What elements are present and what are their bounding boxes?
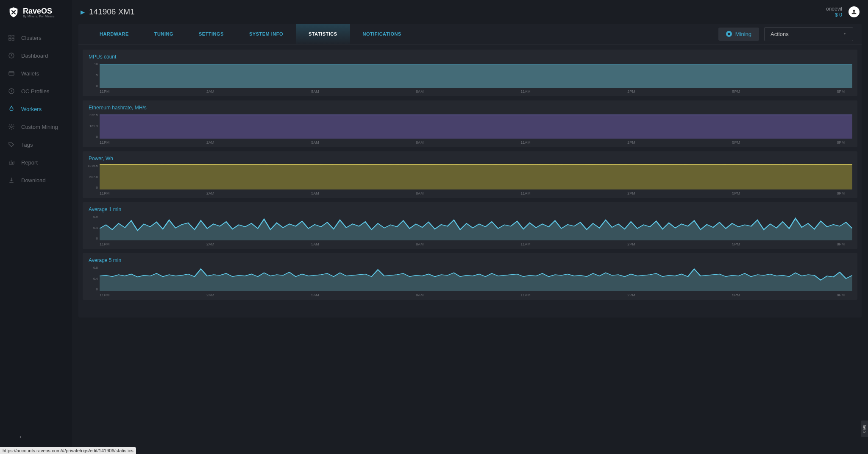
logo[interactable]: RaveOS By Miners. For Miners <box>0 6 72 29</box>
mining-label: Mining <box>735 31 751 37</box>
tab-tuning[interactable]: TUNING <box>142 24 186 44</box>
tab-settings[interactable]: SETTINGS <box>186 24 236 44</box>
svg-rect-5 <box>9 72 14 75</box>
x-tick: 8PM <box>837 191 845 195</box>
svg-rect-3 <box>12 38 14 40</box>
chart-plot[interactable] <box>100 215 852 240</box>
power-icon <box>726 31 732 37</box>
worker-name: 141906 XM1 <box>89 7 135 17</box>
sidebar-item-dashboard[interactable]: Dashboard <box>0 47 72 64</box>
x-tick: 2PM <box>627 191 635 195</box>
x-tick: 2AM <box>206 242 214 246</box>
chart-plot[interactable] <box>100 164 852 189</box>
y-tick: 0.4 <box>87 226 98 230</box>
x-tick: 8AM <box>416 89 424 94</box>
sidebar-item-wallets[interactable]: Wallets <box>0 64 72 82</box>
collapse-sidebar[interactable] <box>18 434 23 441</box>
y-tick: 607.8 <box>87 175 98 179</box>
chart-card: MPUs count105011PM2AM5AM8AM11AM2PM5PM8PM <box>83 50 857 96</box>
x-tick: 11PM <box>100 293 110 297</box>
x-tick: 5AM <box>311 191 319 195</box>
sidebar-item-label: Workers <box>21 106 42 112</box>
shield-icon <box>8 6 19 18</box>
chart-title: Ethereum hashrate, MH/s <box>87 105 853 111</box>
chart-title: Power, Wh <box>87 156 853 162</box>
x-tick: 8PM <box>837 242 845 246</box>
chart-card: Power, Wh1215.5607.8011PM2AM5AM8AM11AM2P… <box>83 151 857 198</box>
y-tick: 0 <box>87 237 98 240</box>
actions-select[interactable]: Actions <box>764 27 853 41</box>
chart-plot[interactable] <box>100 266 852 291</box>
download-icon <box>8 176 15 184</box>
brand-name: RaveOS <box>23 7 55 15</box>
x-tick: 5PM <box>732 191 740 195</box>
x-tick: 2AM <box>206 293 214 297</box>
user-avatar[interactable] <box>849 6 860 17</box>
svg-rect-2 <box>9 38 11 40</box>
tabs: HARDWARETUNINGSETTINGSSYSTEM INFOSTATIST… <box>87 24 414 44</box>
y-tick: 0.4 <box>87 277 98 281</box>
y-tick: 0 <box>87 186 98 189</box>
y-tick: 0.8 <box>87 266 98 270</box>
report-icon <box>8 159 15 166</box>
sidebar-item-workers[interactable]: Workers <box>0 100 72 118</box>
x-tick: 8PM <box>837 293 845 297</box>
x-tick: 11AM <box>520 140 531 145</box>
clusters-icon <box>8 34 15 42</box>
chart-plot[interactable] <box>100 62 852 88</box>
x-tick: 11AM <box>520 293 531 297</box>
tab-notifications[interactable]: NOTIFICATIONS <box>350 24 414 44</box>
sidebar-item-report[interactable]: Report <box>0 153 72 171</box>
sidebar-item-download[interactable]: Download <box>0 171 72 189</box>
user-area: oneevil $ 0 <box>826 6 860 18</box>
tab-hardware[interactable]: HARDWARE <box>87 24 142 44</box>
user-name: oneevil <box>826 6 842 12</box>
sidebar-item-tags[interactable]: Tags <box>0 136 72 153</box>
svg-rect-0 <box>9 35 11 37</box>
y-tick: 0 <box>87 287 98 291</box>
chart-title: Average 1 min <box>87 206 853 212</box>
play-icon: ▶ <box>81 9 85 15</box>
mining-button[interactable]: Mining <box>718 28 759 41</box>
help-tab[interactable]: help <box>861 421 868 437</box>
chevron-left-icon <box>18 435 23 440</box>
actions-label: Actions <box>771 31 789 37</box>
chart-card: Average 5 min0.80.4011PM2AM5AM8AM11AM2PM… <box>83 253 857 300</box>
chart-plot[interactable] <box>100 113 852 139</box>
person-icon <box>851 8 857 15</box>
sidebar-item-label: Custom Mining <box>21 124 58 130</box>
x-tick: 11AM <box>520 89 531 94</box>
sidebar-item-label: OC Profiles <box>21 88 49 95</box>
x-tick: 11PM <box>100 242 110 246</box>
wallets-icon <box>8 70 15 77</box>
chart-title: MPUs count <box>87 54 853 60</box>
workers-icon <box>8 105 15 113</box>
x-tick: 5PM <box>732 293 740 297</box>
x-tick: 2PM <box>627 89 635 94</box>
chevron-down-icon <box>843 32 847 36</box>
chart-title: Average 5 min <box>87 257 853 263</box>
sidebar-item-oc-profiles[interactable]: OC Profiles <box>0 82 72 100</box>
sidebar-item-custom-mining[interactable]: Custom Mining <box>0 118 72 136</box>
tab-system-info[interactable]: SYSTEM INFO <box>236 24 296 44</box>
brand-sub: By Miners. For Miners <box>23 15 55 18</box>
sidebar-item-label: Report <box>21 159 38 166</box>
x-tick: 2PM <box>627 293 635 297</box>
sidebar-item-label: Wallets <box>21 70 39 77</box>
x-tick: 5AM <box>311 242 319 246</box>
x-tick: 5AM <box>311 89 319 94</box>
sidebar-item-clusters[interactable]: Clusters <box>0 29 72 47</box>
tags-icon <box>8 141 15 148</box>
y-tick: 161.3 <box>87 124 98 128</box>
x-tick: 5PM <box>732 140 740 145</box>
main: ▶ 141906 XM1 oneevil $ 0 HARDWARETUNINGS… <box>72 0 868 454</box>
content: HARDWARETUNINGSETTINGSSYSTEM INFOSTATIST… <box>78 24 862 318</box>
x-tick: 11AM <box>520 242 531 246</box>
sidebar: RaveOS By Miners. For Miners ClustersDas… <box>0 0 72 454</box>
y-tick: 0.9 <box>87 215 98 219</box>
tab-statistics[interactable]: STATISTICS <box>296 24 350 44</box>
x-tick: 8AM <box>416 191 424 195</box>
y-tick: 10 <box>87 62 98 66</box>
x-tick: 11PM <box>100 89 110 94</box>
x-tick: 11PM <box>100 191 110 195</box>
